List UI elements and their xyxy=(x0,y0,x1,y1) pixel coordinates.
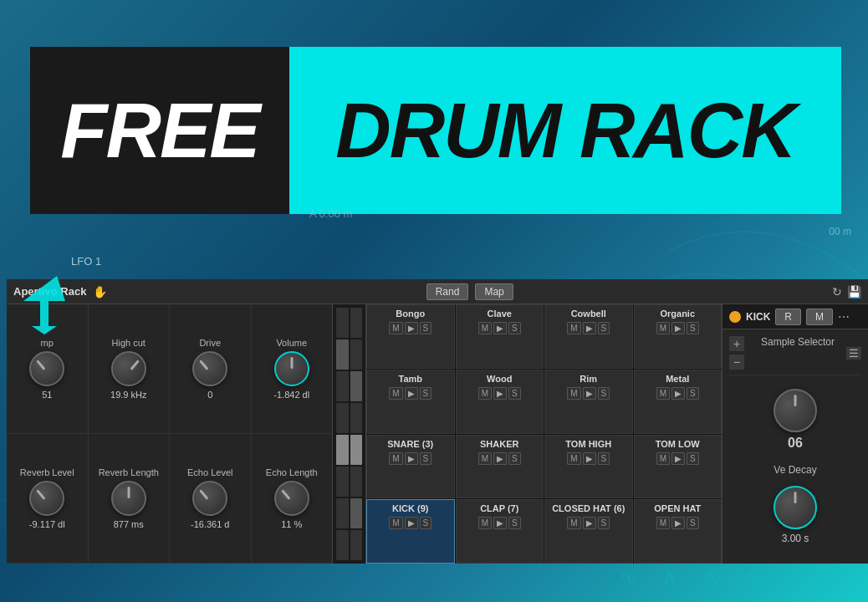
pad-kick-s[interactable]: S xyxy=(420,517,432,529)
pad-organic[interactable]: Organic M ▶ S xyxy=(634,304,722,369)
pad-kick-play[interactable]: ▶ xyxy=(405,517,418,529)
decay-knob[interactable] xyxy=(774,486,817,529)
pad-tom-low-m[interactable]: M xyxy=(656,452,670,465)
pad-wood-m[interactable]: M xyxy=(478,387,492,400)
pad-bongo[interactable]: Bongo M ▶ S xyxy=(366,304,455,369)
pad-tom-high-s[interactable]: S xyxy=(598,452,610,465)
pad-rim-play[interactable]: ▶ xyxy=(583,387,596,400)
pad-clap-play[interactable]: ▶ xyxy=(493,517,507,529)
pad-wood[interactable]: Wood M ▶ S xyxy=(456,370,544,434)
pad-tamb-s[interactable]: S xyxy=(420,387,432,400)
pad-tom-high[interactable]: TOM HIGH M ▶ S xyxy=(544,435,633,499)
pad-tamb-name: Tamb xyxy=(372,374,449,384)
volume-knob[interactable] xyxy=(274,351,309,386)
more-icon[interactable]: ⋯ xyxy=(838,310,850,324)
m-button[interactable]: M xyxy=(806,309,833,325)
pad-organic-s[interactable]: S xyxy=(687,322,699,334)
reverb-level-knob[interactable] xyxy=(29,481,64,516)
pad-shaker[interactable]: SHAKER M ▶ S xyxy=(456,435,544,499)
pad-bongo-m[interactable]: M xyxy=(389,322,402,334)
pad-clave-s[interactable]: S xyxy=(508,322,521,334)
pad-snare-play[interactable]: ▶ xyxy=(405,452,418,465)
pad-clap[interactable]: CLAP (7) M ▶ S xyxy=(456,499,544,564)
pad-bongo-s[interactable]: S xyxy=(420,322,432,334)
pad-kick[interactable]: KICK (9) M ▶ S xyxy=(366,499,455,564)
pad-open-hat-m[interactable]: M xyxy=(656,517,670,529)
pad-rim[interactable]: Rim M ▶ S xyxy=(544,370,633,434)
pad-shaker-play[interactable]: ▶ xyxy=(493,452,507,465)
list-icon-button[interactable]: ☰ xyxy=(846,347,861,360)
echo-level-knob[interactable] xyxy=(192,481,227,516)
save-icon[interactable]: 💾 xyxy=(847,285,861,298)
highcut-knob[interactable] xyxy=(111,351,146,386)
pad-metal[interactable]: Metal M ▶ S xyxy=(634,370,722,434)
pad-clap-s[interactable]: S xyxy=(508,517,521,529)
pad-tamb-play[interactable]: ▶ xyxy=(405,387,418,400)
pad-shaker-s[interactable]: S xyxy=(508,452,521,465)
pad-cowbell-s[interactable]: S xyxy=(598,322,610,334)
pad-cowbell-m[interactable]: M xyxy=(567,322,580,334)
pad-open-hat[interactable]: OPEN HAT M ▶ S xyxy=(634,499,722,564)
pad-tom-low-play[interactable]: ▶ xyxy=(671,452,685,465)
pad-metal-s[interactable]: S xyxy=(687,387,699,400)
pad-grid: Bongo M ▶ S Clave M ▶ S Cowb xyxy=(366,304,722,564)
bg-text-a: A 0.00 m xyxy=(309,207,352,220)
remove-sample-button[interactable]: − xyxy=(729,355,744,370)
pad-rim-s[interactable]: S xyxy=(598,387,610,400)
pad-tamb-m[interactable]: M xyxy=(389,387,402,400)
mini-cell xyxy=(336,530,349,560)
svg-text:∿: ∿ xyxy=(702,564,722,590)
pad-kick-m[interactable]: M xyxy=(389,517,402,529)
pad-wood-name: Wood xyxy=(462,374,539,384)
pad-tom-low[interactable]: TOM LOW M ▶ S xyxy=(634,435,722,499)
pad-bongo-play[interactable]: ▶ xyxy=(405,322,418,334)
mini-cell xyxy=(336,308,349,338)
drive-knob[interactable] xyxy=(192,351,227,386)
rand-button[interactable]: Rand xyxy=(426,283,469,300)
pad-wood-s[interactable]: S xyxy=(508,387,521,400)
pad-clave[interactable]: Clave M ▶ S xyxy=(456,304,544,369)
pad-closed-hat-controls: M ▶ S xyxy=(550,517,627,529)
drive-value: 0 xyxy=(207,390,212,400)
kick-indicator xyxy=(729,311,741,323)
pad-closed-hat-s[interactable]: S xyxy=(598,517,610,529)
pad-snare-m[interactable]: M xyxy=(389,452,402,465)
reverb-length-knob[interactable] xyxy=(111,481,146,516)
pad-metal-m[interactable]: M xyxy=(656,387,670,400)
pad-metal-play[interactable]: ▶ xyxy=(671,387,685,400)
pad-cowbell-play[interactable]: ▶ xyxy=(583,322,596,334)
pad-closed-hat-m[interactable]: M xyxy=(567,517,580,529)
echo-length-knob[interactable] xyxy=(274,481,309,516)
pad-tom-high-play[interactable]: ▶ xyxy=(583,452,596,465)
pad-snare[interactable]: SNARE (3) M ▶ S xyxy=(366,435,455,499)
pad-open-hat-play[interactable]: ▶ xyxy=(671,517,685,529)
pad-snare-s[interactable]: S xyxy=(420,452,432,465)
pad-tom-high-m[interactable]: M xyxy=(567,452,580,465)
pad-organic-play[interactable]: ▶ xyxy=(671,322,685,334)
add-sample-button[interactable]: + xyxy=(729,336,744,351)
amp-value: 51 xyxy=(42,390,52,400)
pad-bongo-name: Bongo xyxy=(372,309,449,319)
pad-clave-play[interactable]: ▶ xyxy=(493,322,507,334)
right-topbar: KICK R M ⋯ xyxy=(722,304,868,329)
amp-knob[interactable] xyxy=(29,351,64,386)
pad-cowbell[interactable]: Cowbell M ▶ S xyxy=(544,304,633,369)
decay-knob-section: 3.00 s xyxy=(774,486,817,544)
pad-shaker-m[interactable]: M xyxy=(478,452,492,465)
pad-clap-m[interactable]: M xyxy=(478,517,492,529)
map-button[interactable]: Map xyxy=(475,283,513,300)
pad-tamb[interactable]: Tamb M ▶ S xyxy=(366,370,455,434)
pad-tom-low-s[interactable]: S xyxy=(687,452,699,465)
right-panel-content: + − Sample Selector ☰ 06 Ve Decay 3.00 s xyxy=(722,329,868,564)
pad-closed-hat[interactable]: CLOSED HAT (6) M ▶ S xyxy=(544,499,633,564)
pad-rim-m[interactable]: M xyxy=(567,387,580,400)
pad-open-hat-s[interactable]: S xyxy=(687,517,699,529)
r-button[interactable]: R xyxy=(775,309,801,325)
pad-closed-hat-play[interactable]: ▶ xyxy=(583,517,596,529)
sample-knob[interactable] xyxy=(774,389,817,432)
pad-tamb-controls: M ▶ S xyxy=(372,387,449,400)
refresh-icon[interactable]: ↻ xyxy=(832,285,842,298)
pad-wood-play[interactable]: ▶ xyxy=(493,387,507,400)
pad-clave-m[interactable]: M xyxy=(478,322,492,334)
pad-organic-m[interactable]: M xyxy=(656,322,670,334)
